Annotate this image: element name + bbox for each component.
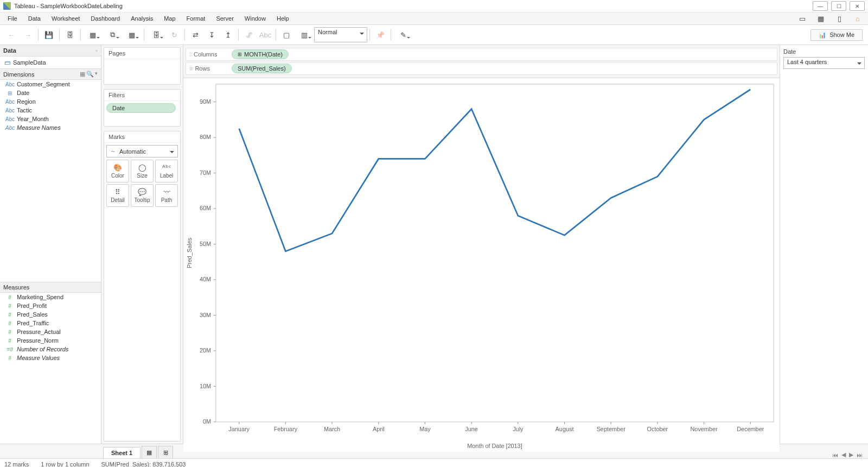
new-dashboard-tab[interactable]: ⊞ (158, 446, 173, 458)
swap-button[interactable]: ⇄ (187, 27, 203, 42)
path-icon: 〰 (163, 188, 170, 196)
measure-pred-profit[interactable]: #Pred_Profit (0, 301, 101, 310)
measure-marketing-spend[interactable]: #Marketing_Spend (0, 293, 101, 301)
show-me-label: Show Me (829, 31, 854, 38)
mark-button-label: Label (160, 173, 173, 179)
menu-analysis[interactable]: Analysis (125, 14, 158, 23)
status-marks: 12 marks (4, 461, 29, 467)
svg-rect-0 (216, 84, 774, 422)
measure-pressure-norm[interactable]: #Pressure_Norm (0, 336, 101, 345)
find-field-icon[interactable]: 🔍 (86, 71, 94, 78)
show-mark-labels-button[interactable]: Abc (257, 27, 273, 42)
menu-server[interactable]: Server (210, 14, 239, 23)
filters-shelf[interactable]: Filters Date (104, 89, 181, 127)
rows-shelf[interactable]: ≡Rows SUM(Pred_Sales) (186, 62, 777, 75)
shelves-view-icon[interactable]: ▭ (794, 11, 810, 26)
menu-window[interactable]: Window (239, 14, 271, 23)
columns-pill[interactable]: ⊞MONTH(Date) (232, 49, 289, 59)
prev-tab-icon[interactable]: ◀ (841, 451, 846, 458)
svg-text:70M: 70M (200, 169, 211, 176)
svg-text:January: January (228, 426, 250, 432)
highlight-button[interactable]: ✎ (393, 27, 413, 42)
svg-text:80M: 80M (200, 134, 211, 140)
cards-button[interactable]: ▥ (295, 27, 314, 42)
measure-measure-values[interactable]: #Measure Values (0, 354, 101, 362)
filter-pill-date[interactable]: Date (106, 103, 176, 113)
mark-color-button[interactable]: 🎨Color (106, 160, 129, 182)
dimension-customer-segment[interactable]: AbcCustomer_Segment (0, 80, 101, 89)
svg-text:0M: 0M (203, 418, 211, 425)
menu-help[interactable]: Help (271, 14, 295, 23)
sheet-tab[interactable]: Sheet 1 (103, 447, 141, 458)
date-filter-dropdown[interactable]: Last 4 quarters (783, 57, 865, 69)
fit-selector[interactable]: Normal (314, 27, 367, 42)
menu-worksheet[interactable]: Worksheet (46, 14, 85, 23)
first-tab-icon[interactable]: ⏮ (832, 452, 838, 458)
measure-pressure-actual[interactable]: #Pressure_Actual (0, 327, 101, 336)
view-as-icon[interactable]: ▦ (80, 71, 85, 78)
menu-format[interactable]: Format (181, 14, 211, 23)
menu-map[interactable]: Map (158, 14, 181, 23)
field-type-icon: =# (5, 346, 14, 352)
back-button[interactable]: ← (3, 27, 20, 42)
group-button[interactable]: 🖇 (241, 27, 257, 42)
dimension-region[interactable]: AbcRegion (0, 97, 101, 106)
presentation-mode-button[interactable]: ▢ (278, 27, 295, 42)
datasource-item[interactable]: 🗃 SampleData (0, 56, 101, 68)
story-view-icon[interactable]: ▯ (831, 11, 847, 26)
field-label: Pred_Traffic (17, 320, 49, 326)
dimension-tactic[interactable]: AbcTactic (0, 106, 101, 115)
maximize-button[interactable]: ☐ (831, 1, 846, 11)
marks-type-selector[interactable]: ～ Automatic (106, 145, 178, 157)
show-me-button[interactable]: 📊 Show Me (810, 29, 863, 41)
field-label: Number of Records (17, 346, 68, 352)
field-type-icon: # (5, 312, 14, 318)
measure-pred-sales[interactable]: #Pred_Sales (0, 310, 101, 319)
forward-button[interactable]: → (20, 27, 36, 42)
field-type-icon: # (5, 294, 14, 300)
datasource-name: SampleData (13, 59, 46, 66)
sort-asc-button[interactable]: ↧ (203, 27, 220, 42)
last-tab-icon[interactable]: ⏭ (857, 452, 863, 458)
dashboard-view-icon[interactable]: ▦ (813, 11, 829, 26)
menu-dashboard[interactable]: Dashboard (85, 14, 125, 23)
dimension-date[interactable]: ⊞Date (0, 89, 101, 97)
menu-file[interactable]: File (2, 14, 23, 23)
size-icon: ◯ (138, 163, 146, 172)
new-worksheet-tab[interactable]: ▦ (142, 446, 157, 458)
new-worksheet-button[interactable]: ▦ (83, 27, 103, 42)
data-pane-header: Data◦ (0, 45, 101, 56)
measure-number-of-records[interactable]: =#Number of Records (0, 345, 101, 354)
mark-size-button[interactable]: ◯Size (131, 160, 154, 182)
mark-button-label: Tooltip (135, 197, 150, 203)
duplicate-button[interactable]: ⧉ (103, 27, 122, 42)
next-tab-icon[interactable]: ▶ (849, 451, 853, 458)
chart-area[interactable]: 0M10M20M30M40M50M60M70M80M90MJanuaryFebr… (183, 78, 780, 452)
pages-shelf[interactable]: Pages (104, 47, 181, 85)
svg-text:Pred_Sales: Pred_Sales (186, 237, 193, 268)
minimize-button[interactable]: — (813, 1, 828, 11)
fix-axes-button[interactable]: 📌 (372, 27, 388, 42)
save-button[interactable]: 💾 (41, 27, 57, 42)
menu-data[interactable]: Data (23, 14, 46, 23)
run-button[interactable]: ↻ (166, 27, 182, 42)
mark-button-label: Detail (111, 197, 125, 203)
auto-updates-button[interactable]: 🗄 (146, 27, 166, 42)
mark-path-button[interactable]: 〰Path (155, 184, 178, 207)
new-datasource-button[interactable]: 🗄 (62, 27, 78, 42)
dimension-measure-names[interactable]: AbcMeasure Names (0, 123, 101, 132)
rows-pill[interactable]: SUM(Pred_Sales) (232, 64, 292, 73)
sort-desc-button[interactable]: ↥ (220, 27, 236, 42)
field-label: Year_Month (17, 116, 49, 122)
columns-shelf[interactable]: ⦙⦙Columns ⊞MONTH(Date) (186, 48, 777, 61)
measure-pred-traffic[interactable]: #Pred_Traffic (0, 319, 101, 327)
close-button[interactable]: ✕ (850, 1, 865, 11)
clear-button[interactable]: ▦ (122, 27, 142, 42)
mark-tooltip-button[interactable]: 💬Tooltip (131, 184, 154, 207)
svg-text:August: August (556, 426, 574, 432)
home-icon[interactable]: ⌂ (850, 11, 866, 26)
mark-detail-button[interactable]: ⠿Detail (106, 184, 129, 207)
dimension-year-month[interactable]: AbcYear_Month (0, 115, 101, 123)
field-type-icon: Abc (5, 125, 14, 131)
mark-label-button[interactable]: ᴬᵇᶜLabel (155, 160, 178, 182)
